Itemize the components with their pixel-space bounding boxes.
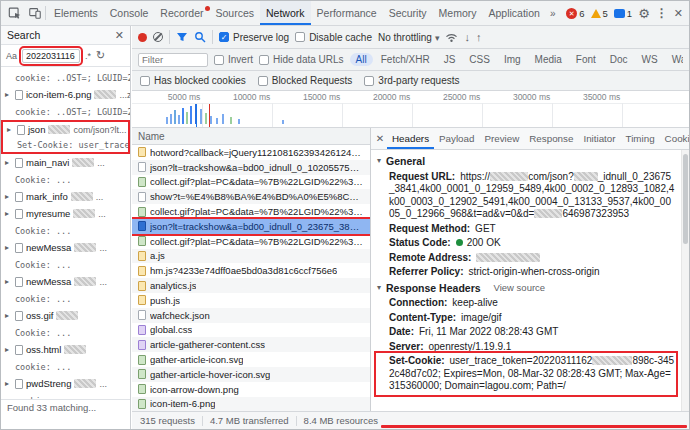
export-har-icon[interactable] (476, 31, 482, 43)
close-details-icon[interactable] (373, 133, 387, 144)
devtools-tab[interactable]: Security (383, 1, 433, 25)
resource-type-filter[interactable]: Fetch/XHR (375, 53, 436, 66)
search-result-item[interactable]: Cookie: ... (1, 256, 130, 273)
import-har-icon[interactable] (464, 31, 470, 43)
search-result-item[interactable]: icon-item-6.png ...z... (1, 86, 130, 103)
request-row[interactable]: push.js (132, 293, 370, 308)
devtools-tab[interactable]: Recorder (154, 1, 209, 25)
network-conditions-icon[interactable] (445, 32, 458, 43)
resource-type-filter[interactable]: CSS (463, 53, 496, 66)
device-toolbar-icon[interactable] (25, 3, 45, 23)
request-row[interactable]: gather-article-icon.svg (132, 352, 370, 367)
more-tabs-icon[interactable] (546, 8, 560, 19)
details-tab[interactable]: Cookies (660, 128, 689, 149)
settings-gear-icon[interactable] (638, 6, 650, 21)
expand-arrow-icon[interactable] (5, 90, 12, 99)
expand-arrow-icon[interactable] (7, 125, 14, 134)
search-result-item[interactable]: Cookie: ... (1, 222, 130, 239)
request-row[interactable]: show?t=%E4%B8%BA%E4%BD%A0%E5%8C%B9%E9%..… (132, 189, 370, 204)
details-tab[interactable]: Preview (479, 128, 524, 149)
record-icon[interactable] (138, 33, 147, 42)
expand-arrow-icon[interactable] (5, 345, 12, 354)
general-section-header[interactable]: General (377, 153, 675, 170)
expand-arrow-icon[interactable] (5, 243, 12, 252)
resource-type-filter[interactable]: JS (438, 53, 462, 66)
request-row[interactable]: a.js (132, 249, 370, 264)
request-row[interactable]: icon-item-6.png (132, 397, 370, 411)
disable-cache-checkbox[interactable]: Disable cache (295, 32, 372, 43)
details-tab[interactable]: Headers (387, 128, 434, 149)
devtools-tab[interactable]: Console (104, 1, 155, 25)
resource-type-filter[interactable]: Font (570, 53, 602, 66)
response-headers-section-header[interactable]: Response Headers View source (377, 280, 675, 297)
search-result-item[interactable]: Cookie: ... (1, 171, 130, 188)
request-row[interactable]: collect.gif?plat=PC&data=%7B%22LGID%22%3… (132, 175, 370, 190)
request-row[interactable]: global.css (132, 323, 370, 338)
request-row[interactable]: wafcheck.json (132, 308, 370, 323)
network-overview-timeline[interactable]: 5000 ms 10000 ms 15000 ms 20000 ms 25000… (132, 91, 689, 128)
request-row[interactable]: icon-arrow-down.png (132, 382, 370, 397)
expand-arrow-icon[interactable] (5, 158, 12, 167)
search-result-item[interactable]: Set-Cookie: user_trace_toke... (1, 137, 130, 154)
search-result-item[interactable]: newMessa ... (1, 273, 130, 290)
devtools-tab[interactable]: Memory (433, 1, 483, 25)
close-search-icon[interactable] (115, 29, 124, 42)
resource-type-filter[interactable]: Wasm (666, 53, 683, 66)
preserve-log-checkbox[interactable]: Preserve log (219, 32, 289, 43)
filter-input[interactable] (138, 53, 208, 67)
blocked-requests-checkbox[interactable]: Blocked Requests (258, 75, 353, 86)
details-tab[interactable]: Payload (434, 128, 479, 149)
search-result-item[interactable]: oss.html (1, 341, 130, 358)
scrollbar-thumb[interactable] (683, 154, 688, 244)
request-row[interactable]: hm.js?4233e74dff0ae5bd0a3d81c6ccf756e6 (132, 263, 370, 278)
has-blocked-cookies-checkbox[interactable]: Has blocked cookies (140, 75, 246, 86)
details-tab[interactable]: Response (524, 128, 578, 149)
expand-arrow-icon[interactable] (5, 192, 12, 201)
resource-type-filter[interactable]: Doc (604, 53, 634, 66)
resource-type-filter[interactable]: All (350, 53, 373, 66)
expand-arrow-icon[interactable] (5, 379, 12, 388)
name-column-header[interactable]: Name (132, 128, 370, 145)
error-count-badge[interactable]: 6 (566, 8, 584, 19)
invert-checkbox[interactable]: Invert (214, 54, 253, 65)
request-row[interactable]: json?lt=trackshow&a=bd00_idnull_0_102055… (132, 160, 370, 175)
request-row[interactable]: hotword?callback=jQuery11210816239342612… (132, 145, 370, 160)
search-result-item[interactable]: cookie: ..OST=; LGUID=20... (1, 69, 130, 86)
search-result-item[interactable]: mark_info ... (1, 188, 130, 205)
expand-arrow-icon[interactable] (5, 209, 12, 218)
hide-data-urls-checkbox[interactable]: Hide data URLs (259, 54, 344, 65)
request-row[interactable]: article-gatherer-content.css (132, 337, 370, 352)
regex-button[interactable]: .* (83, 51, 93, 61)
expand-arrow-icon[interactable] (5, 277, 12, 286)
search-input[interactable] (22, 49, 80, 63)
search-result-item[interactable]: main_navi ... (1, 154, 130, 171)
search-result-item[interactable]: cookie: ... (1, 290, 130, 307)
details-scrollbar[interactable] (681, 150, 689, 411)
devtools-tab[interactable]: Elements (48, 1, 104, 25)
search-result-item[interactable]: oss.gif (1, 307, 130, 324)
inspect-element-icon[interactable] (5, 3, 25, 23)
request-row[interactable]: analytics.js (132, 278, 370, 293)
details-tab[interactable]: Initiator (578, 128, 620, 149)
devtools-tab[interactable]: Application (483, 1, 546, 25)
close-devtools-icon[interactable] (674, 7, 683, 20)
devtools-tab[interactable]: Network (260, 1, 311, 25)
refresh-search-icon[interactable] (96, 49, 105, 62)
devtools-tab[interactable]: Performance (311, 1, 383, 25)
request-row[interactable]: json?lt=trackshow&a=bd00_idnull_0_23675_… (132, 219, 370, 234)
details-tab[interactable]: Timing (621, 128, 660, 149)
devtools-tab[interactable]: Sources (210, 1, 261, 25)
search-icon[interactable] (194, 31, 206, 43)
third-party-requests-checkbox[interactable]: 3rd-party requests (364, 75, 459, 86)
filter-funnel-icon[interactable] (176, 31, 188, 43)
request-row[interactable]: collect.gif?plat=PC&data=%7B%22LGID%22%3… (132, 234, 370, 249)
search-result-item[interactable]: myresume ... (1, 205, 130, 222)
search-result-item[interactable]: Cookie: ... (1, 324, 130, 341)
search-result-item[interactable]: cookie: ... (1, 358, 130, 375)
kebab-menu-icon[interactable] (656, 6, 668, 20)
match-case-button[interactable]: Aa (4, 51, 19, 61)
search-result-item[interactable]: pwdStreng ... (1, 375, 130, 392)
issue-count-badge[interactable]: 1 (614, 8, 632, 19)
search-result-item[interactable]: cookie: ..OST=; LGUID=20... (1, 103, 130, 120)
expand-arrow-icon[interactable] (5, 311, 12, 320)
